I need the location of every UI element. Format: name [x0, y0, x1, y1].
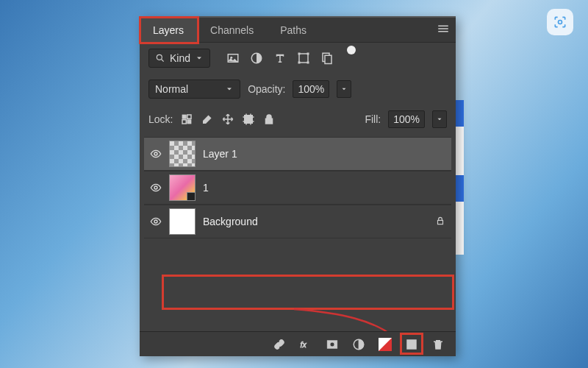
blend-row: Normal Opacity: 100%: [140, 74, 456, 105]
filter-type-icon[interactable]: [273, 52, 287, 65]
visibility-eye-icon[interactable]: [150, 148, 162, 160]
fill-value: 100%: [393, 113, 420, 125]
lock-transparency-icon[interactable]: [180, 113, 193, 126]
page-capture-button[interactable]: [547, 9, 573, 35]
fill-field[interactable]: 100%: [388, 110, 425, 128]
opacity-label: Opacity:: [248, 83, 285, 95]
svg-point-29: [330, 342, 334, 347]
smart-object-badge-icon: [187, 192, 196, 201]
visibility-eye-icon[interactable]: [150, 182, 162, 194]
opacity-value: 100%: [298, 83, 324, 95]
opacity-field[interactable]: 100%: [293, 80, 329, 98]
svg-rect-2: [438, 28, 448, 29]
svg-rect-10: [298, 53, 301, 55]
lock-all-icon[interactable]: [262, 113, 276, 126]
filter-smartobject-icon[interactable]: [320, 52, 334, 65]
svg-point-4: [157, 54, 162, 60]
svg-rect-13: [307, 62, 309, 64]
blend-mode-select[interactable]: Normal: [148, 79, 240, 99]
panel-tab-bar: Layers Channels Paths: [140, 18, 456, 43]
tab-channels[interactable]: Channels: [197, 18, 267, 42]
layer-thumbnail[interactable]: [169, 208, 196, 235]
svg-rect-15: [325, 55, 331, 63]
lock-artboard-icon[interactable]: [242, 113, 255, 126]
lock-brush-icon[interactable]: [201, 113, 214, 126]
highlight-background-layer: [162, 275, 454, 310]
lock-icon: [435, 216, 445, 228]
svg-point-0: [559, 21, 562, 24]
svg-rect-16: [182, 115, 186, 118]
lock-row: Lock: Fill: 100%: [140, 105, 456, 134]
blend-mode-value: Normal: [155, 83, 188, 95]
svg-point-23: [154, 186, 157, 189]
svg-rect-18: [182, 120, 186, 124]
layer-row[interactable]: Background: [144, 205, 451, 238]
tab-layers[interactable]: Layers: [140, 18, 197, 42]
layer-name[interactable]: 1: [203, 182, 445, 194]
svg-text:fx: fx: [301, 339, 307, 348]
panel-menu-button[interactable]: [437, 22, 450, 38]
svg-point-24: [154, 220, 157, 223]
filter-adjustment-icon[interactable]: [250, 52, 263, 65]
tab-paths[interactable]: Paths: [267, 18, 320, 42]
svg-rect-11: [307, 53, 309, 55]
layer-filter-row: Kind: [140, 43, 456, 74]
lock-label: Lock:: [148, 113, 173, 125]
layer-row[interactable]: Layer 1: [144, 137, 451, 171]
svg-rect-9: [299, 54, 308, 63]
filter-pixel-icon[interactable]: [226, 52, 240, 65]
layer-thumbnail[interactable]: [169, 141, 196, 167]
visibility-eye-icon[interactable]: [150, 216, 162, 227]
opacity-stepper[interactable]: [337, 80, 351, 98]
layer-row[interactable]: 1: [144, 171, 451, 205]
filter-type-icons: [226, 52, 356, 65]
group-folder-icon[interactable]: [378, 337, 392, 352]
svg-rect-17: [187, 115, 191, 118]
layer-name[interactable]: Layer 1: [203, 148, 445, 160]
layers-panel: Layers Channels Paths Kind Normal Opacit…: [140, 16, 456, 356]
new-layer-icon[interactable]: [404, 337, 419, 352]
layer-thumbnail[interactable]: [169, 174, 196, 201]
layers-list: Layer 1 1 Background: [140, 134, 456, 238]
svg-rect-19: [187, 120, 191, 124]
svg-rect-1: [438, 26, 448, 27]
svg-rect-21: [266, 118, 273, 124]
layer-style-fx-icon[interactable]: fx: [298, 337, 313, 352]
svg-line-5: [162, 60, 164, 62]
svg-rect-3: [438, 31, 448, 32]
layer-mask-icon[interactable]: [325, 337, 340, 352]
link-layers-icon[interactable]: [272, 337, 287, 352]
filter-kind-label: Kind: [170, 52, 190, 64]
svg-point-22: [154, 152, 157, 155]
filter-toggle-switch[interactable]: [347, 46, 356, 54]
svg-rect-25: [438, 220, 443, 224]
filter-kind-select[interactable]: Kind: [148, 49, 210, 68]
lock-move-icon[interactable]: [221, 113, 234, 126]
svg-rect-20: [245, 116, 253, 124]
delete-layer-trash-icon[interactable]: [431, 337, 445, 352]
layer-name[interactable]: Background: [203, 216, 428, 227]
layers-bottom-toolbar: fx: [140, 331, 456, 356]
fill-stepper[interactable]: [432, 110, 447, 128]
fill-label: Fill:: [365, 113, 381, 125]
svg-rect-12: [298, 62, 301, 64]
filter-shape-icon[interactable]: [297, 52, 310, 65]
adjustment-layer-icon[interactable]: [351, 337, 366, 352]
